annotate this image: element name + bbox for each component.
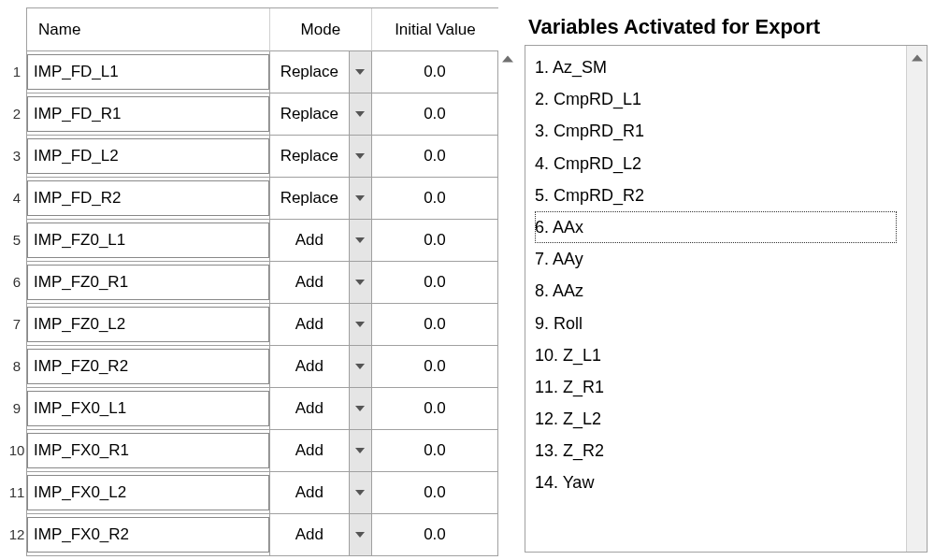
- col-header-mode[interactable]: Mode: [270, 8, 372, 51]
- list-item[interactable]: 9. Roll: [535, 308, 897, 339]
- mode-dropdown-button[interactable]: [349, 430, 371, 471]
- name-input[interactable]: IMP_FX0_R2: [27, 517, 269, 553]
- mode-value[interactable]: Add: [270, 514, 349, 555]
- mode-dropdown-button[interactable]: [349, 514, 371, 555]
- list-item[interactable]: 8. AAz: [535, 275, 897, 307]
- col-header-initial-value[interactable]: Initial Value: [372, 8, 498, 51]
- mode-dropdown-button[interactable]: [349, 51, 371, 93]
- col-header-name[interactable]: Name: [27, 8, 270, 51]
- name-cell[interactable]: IMP_FX0_R1: [27, 430, 270, 472]
- mode-value[interactable]: Add: [270, 220, 349, 261]
- import-variables-panel: · 123456789101112 Name Mode Initial Valu…: [7, 7, 517, 553]
- mode-value[interactable]: Add: [270, 304, 349, 345]
- row-number: 10: [7, 429, 26, 471]
- name-input[interactable]: IMP_FD_L1: [27, 54, 269, 90]
- table-row: IMP_FZ0_L1Add0.0: [27, 220, 498, 262]
- initial-value-cell[interactable]: 0.0: [372, 514, 498, 556]
- table-row: IMP_FZ0_R2Add0.0: [27, 346, 498, 388]
- table-row: IMP_FX0_R1Add0.0: [27, 430, 498, 472]
- mode-value[interactable]: Replace: [270, 136, 349, 177]
- mode-dropdown-button[interactable]: [349, 346, 371, 387]
- mode-cell: Replace: [270, 178, 372, 220]
- list-item[interactable]: 12. Z_L2: [535, 403, 897, 435]
- list-item[interactable]: 1. Az_SM: [535, 51, 897, 83]
- svg-marker-3: [355, 195, 365, 201]
- name-cell[interactable]: IMP_FZ0_R1: [27, 262, 270, 304]
- mode-value[interactable]: Add: [270, 472, 349, 513]
- mode-value[interactable]: Replace: [270, 178, 349, 219]
- name-input[interactable]: IMP_FD_L2: [27, 138, 269, 174]
- export-scroll-up-button[interactable]: [906, 46, 927, 552]
- list-item[interactable]: 3. CmpRD_R1: [535, 115, 897, 147]
- name-cell[interactable]: IMP_FZ0_R2: [27, 346, 270, 388]
- name-cell[interactable]: IMP_FX0_L1: [27, 388, 270, 430]
- name-cell[interactable]: IMP_FX0_L2: [27, 472, 270, 514]
- name-input[interactable]: IMP_FZ0_R2: [27, 349, 269, 384]
- name-cell[interactable]: IMP_FD_L2: [27, 136, 270, 178]
- mode-dropdown-button[interactable]: [349, 472, 371, 513]
- name-cell[interactable]: IMP_FD_L1: [27, 51, 270, 93]
- initial-value-cell[interactable]: 0.0: [372, 472, 498, 514]
- mode-value[interactable]: Add: [270, 346, 349, 387]
- initial-value-cell[interactable]: 0.0: [372, 262, 498, 304]
- svg-marker-11: [355, 532, 365, 538]
- mode-dropdown-button[interactable]: [349, 136, 371, 177]
- initial-value-cell[interactable]: 0.0: [372, 51, 498, 93]
- name-cell[interactable]: IMP_FD_R2: [27, 178, 270, 220]
- name-cell[interactable]: IMP_FX0_R2: [27, 514, 270, 556]
- list-item[interactable]: 4. CmpRD_L2: [535, 148, 897, 179]
- initial-value-cell[interactable]: 0.0: [372, 388, 498, 430]
- list-item[interactable]: 5. CmpRD_R2: [535, 179, 897, 211]
- table-scroll-up-button[interactable]: [498, 7, 517, 556]
- initial-value-cell[interactable]: 0.0: [372, 430, 498, 472]
- mode-dropdown-button[interactable]: [349, 178, 371, 219]
- list-item[interactable]: 11. Z_R1: [535, 371, 897, 403]
- name-input[interactable]: IMP_FX0_R1: [27, 433, 269, 468]
- name-cell[interactable]: IMP_FZ0_L1: [27, 220, 270, 262]
- list-item[interactable]: 2. CmpRD_L1: [535, 83, 897, 115]
- name-input[interactable]: IMP_FD_R2: [27, 180, 269, 216]
- mode-dropdown-button[interactable]: [349, 262, 371, 303]
- mode-dropdown-button[interactable]: [349, 304, 371, 345]
- name-input[interactable]: IMP_FZ0_L1: [27, 223, 269, 258]
- initial-value-cell[interactable]: 0.0: [372, 304, 498, 346]
- mode-cell: Add: [270, 472, 372, 514]
- name-input[interactable]: IMP_FX0_L1: [27, 391, 269, 426]
- initial-value-cell[interactable]: 0.0: [372, 346, 498, 388]
- mode-cell: Add: [270, 346, 372, 388]
- mode-cell: Replace: [270, 136, 372, 178]
- mode-dropdown-button[interactable]: [349, 220, 371, 261]
- initial-value-cell[interactable]: 0.0: [372, 220, 498, 262]
- mode-cell: Add: [270, 430, 372, 472]
- mode-value[interactable]: Add: [270, 262, 349, 303]
- mode-value[interactable]: Add: [270, 388, 349, 429]
- list-item[interactable]: 13. Z_R2: [535, 435, 897, 467]
- name-input[interactable]: IMP_FD_R1: [27, 96, 269, 132]
- svg-marker-1: [355, 111, 365, 117]
- initial-value-cell[interactable]: 0.0: [372, 136, 498, 178]
- row-number: 3: [7, 135, 26, 177]
- mode-cell: Replace: [270, 93, 372, 136]
- initial-value-cell[interactable]: 0.0: [372, 93, 498, 136]
- mode-dropdown-button[interactable]: [349, 388, 371, 429]
- mode-value[interactable]: Replace: [270, 93, 349, 135]
- row-number: 11: [7, 471, 26, 513]
- list-item[interactable]: 10. Z_L1: [535, 339, 897, 371]
- name-input[interactable]: IMP_FZ0_R1: [27, 265, 269, 300]
- list-item[interactable]: 7. AAy: [535, 243, 897, 275]
- name-cell[interactable]: IMP_FD_R1: [27, 93, 270, 136]
- name-input[interactable]: IMP_FZ0_L2: [27, 307, 269, 342]
- import-variables-table: Name Mode Initial Value IMP_FD_L1Replace…: [26, 7, 498, 556]
- mode-value[interactable]: Replace: [270, 51, 349, 93]
- mode-value[interactable]: Add: [270, 430, 349, 471]
- name-cell[interactable]: IMP_FZ0_L2: [27, 304, 270, 346]
- table-row: IMP_FX0_R2Add0.0: [27, 514, 498, 556]
- mode-dropdown-button[interactable]: [349, 93, 371, 135]
- export-variables-list[interactable]: 1. Az_SM2. CmpRD_L13. CmpRD_R14. CmpRD_L…: [525, 46, 906, 552]
- list-item[interactable]: 14. Yaw: [535, 467, 897, 498]
- list-item[interactable]: 6. AAx: [535, 211, 897, 243]
- svg-marker-4: [355, 237, 365, 243]
- row-number: 1: [7, 50, 26, 93]
- name-input[interactable]: IMP_FX0_L2: [27, 475, 269, 510]
- initial-value-cell[interactable]: 0.0: [372, 178, 498, 220]
